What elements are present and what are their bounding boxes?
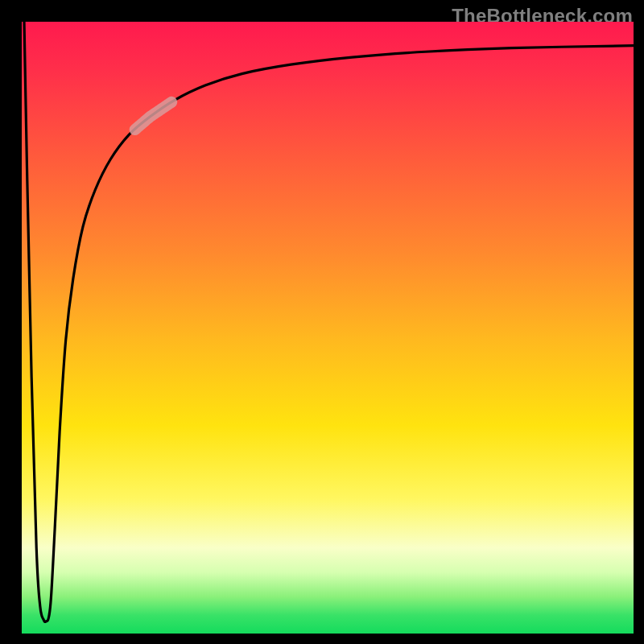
curve-layer <box>22 22 634 634</box>
bottleneck-curve <box>24 22 634 622</box>
curve-marker-segment <box>135 102 172 130</box>
plot-area <box>22 22 634 634</box>
chart-stage: TheBottleneck.com <box>0 0 644 644</box>
